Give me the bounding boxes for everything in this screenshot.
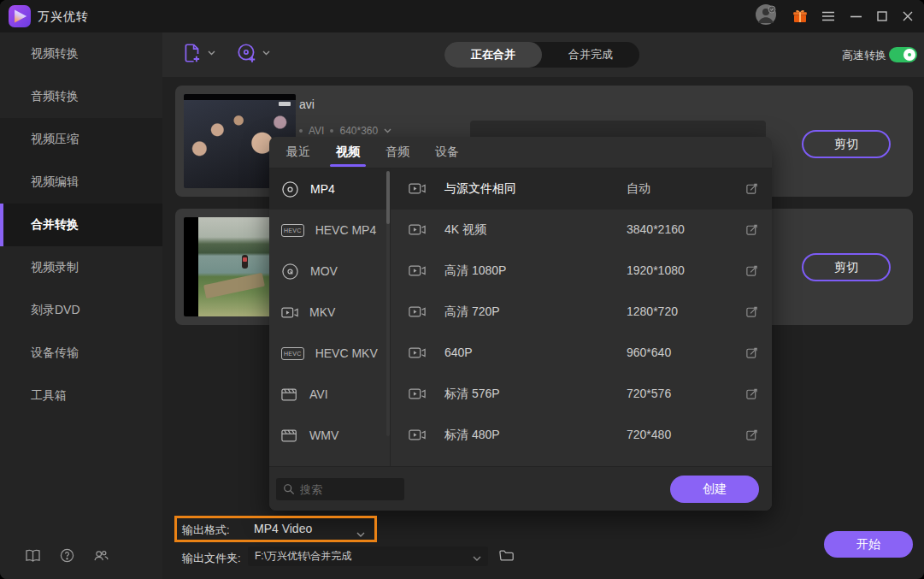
format-search-box[interactable] — [276, 478, 404, 500]
resolution-item-1080p[interactable]: 高清 1080P 1920*1080 — [391, 251, 772, 292]
preset-video-icon — [409, 387, 426, 400]
resolution-item-same-as-source[interactable]: 与源文件相同 自动 — [391, 168, 772, 210]
preset-video-icon — [409, 182, 426, 195]
sidebar-item-device-transfer[interactable]: 设备传输 — [0, 332, 162, 375]
close-button[interactable] — [897, 6, 919, 27]
resolution-item-576p[interactable]: 标清 576P 720*576 — [391, 374, 772, 415]
chevron-down-icon[interactable] — [473, 549, 481, 564]
popup-tab-label: 视频 — [336, 145, 360, 160]
tab-label: 合并完成 — [568, 47, 613, 62]
sidebar-item-label: 刻录DVD — [31, 303, 80, 318]
app-window: 万兴优转 — [0, 0, 924, 579]
format-item-mp4[interactable]: MP4 — [269, 168, 390, 210]
video-camera-icon — [281, 306, 298, 319]
popup-tab-label: 最近 — [286, 145, 310, 160]
file-meta: AVI 640*360 — [299, 125, 391, 137]
format-item-avi[interactable]: AVI — [269, 374, 390, 415]
browse-folder-button[interactable] — [499, 549, 515, 565]
add-disc-button[interactable] — [236, 42, 270, 64]
format-name: MOV — [310, 264, 338, 278]
format-item-hevc-mp4[interactable]: HEVC HEVC MP4 — [269, 210, 390, 251]
file-title: avi — [299, 97, 315, 111]
sidebar-item-video-edit[interactable]: 视频编辑 — [0, 161, 162, 204]
sidebar-item-label: 音频转换 — [31, 89, 79, 104]
sidebar-item-merge-convert[interactable]: 合并转换 — [0, 204, 162, 246]
edit-icon[interactable] — [745, 305, 758, 318]
sidebar-item-audio-convert[interactable]: 音频转换 — [0, 75, 162, 118]
disc-icon — [281, 263, 299, 281]
avatar[interactable] — [755, 4, 777, 25]
resolution-name: 640P — [444, 346, 473, 359]
format-item-wmv[interactable]: WMV — [269, 415, 390, 456]
format-item-mkv[interactable]: MKV — [269, 292, 390, 333]
resolution-item-480p[interactable]: 标清 480P 720*480 — [391, 415, 772, 456]
tab-label: 正在合并 — [471, 47, 515, 62]
sidebar-footer — [0, 541, 162, 567]
edit-icon[interactable] — [745, 182, 758, 195]
toolbar: 正在合并 合并完成 高速转换 — [162, 32, 924, 77]
sidebar-item-toolbox[interactable]: 工具箱 — [0, 375, 162, 417]
format-search-input[interactable] — [300, 483, 394, 496]
sidebar-item-burn-dvd[interactable]: 刻录DVD — [0, 289, 162, 332]
tab-merging[interactable]: 正在合并 — [444, 42, 542, 68]
menu-icon — [821, 11, 835, 21]
add-file-button[interactable] — [181, 42, 215, 64]
resolution-name: 标清 480P — [444, 428, 500, 443]
edit-icon[interactable] — [745, 428, 758, 441]
preset-video-icon — [409, 223, 426, 236]
community-button[interactable] — [91, 545, 111, 565]
format-name: HEVC MP4 — [315, 223, 377, 237]
help-button[interactable] — [56, 545, 77, 565]
sidebar-item-video-convert[interactable]: 视频转换 — [0, 32, 162, 75]
resolution-name: 4K 视频 — [444, 222, 486, 238]
app-logo — [9, 5, 31, 27]
popup-tab-recent[interactable]: 最近 — [286, 137, 310, 168]
play-triangle-icon — [13, 9, 27, 24]
output-folder-input[interactable] — [255, 551, 473, 563]
edit-icon[interactable] — [745, 387, 758, 400]
popup-tabs: 最近 视频 音频 设备 — [269, 137, 772, 168]
popup-tab-device[interactable]: 设备 — [435, 137, 459, 168]
preset-video-icon — [409, 346, 426, 359]
resolution-item-4k[interactable]: 4K 视频 3840*2160 — [391, 210, 772, 251]
edit-icon[interactable] — [745, 223, 758, 236]
resolution-value: 960*640 — [627, 346, 671, 359]
high-speed-label: 高速转换 — [842, 48, 886, 63]
minimize-button[interactable] — [845, 6, 867, 27]
search-icon — [283, 483, 295, 495]
high-speed-toggle[interactable] — [889, 47, 917, 62]
chevron-down-icon[interactable] — [384, 128, 391, 133]
bullet-icon — [330, 129, 333, 133]
popup-tab-audio[interactable]: 音频 — [385, 137, 409, 168]
menu-button[interactable] — [817, 6, 839, 27]
resolution-value: 自动 — [627, 181, 650, 197]
resolution-item-720p[interactable]: 高清 720P 1280*720 — [391, 292, 772, 333]
preset-video-icon — [409, 305, 426, 318]
preset-video-icon — [409, 264, 426, 277]
format-item-mov[interactable]: MOV — [269, 251, 390, 292]
sidebar-item-screen-record[interactable]: 视频录制 — [0, 246, 162, 289]
output-format-popup: 最近 视频 音频 设备 MP4 HEVC HEVC MP4 MOV MKV — [269, 137, 772, 511]
cut-button[interactable]: 剪切 — [802, 130, 891, 158]
book-icon — [25, 549, 41, 562]
start-button[interactable]: 开始 — [824, 531, 913, 558]
popup-tab-video[interactable]: 视频 — [336, 137, 360, 168]
minimize-icon — [850, 15, 862, 18]
maximize-button[interactable] — [871, 6, 893, 27]
sidebar-item-video-compress[interactable]: 视频压缩 — [0, 118, 162, 161]
format-name: WMV — [309, 428, 338, 442]
tab-merge-finished[interactable]: 合并完成 — [542, 42, 639, 68]
gift-button[interactable] — [789, 6, 811, 27]
cut-button[interactable]: 剪切 — [802, 253, 891, 281]
add-disc-icon — [236, 42, 258, 64]
output-format-dropdown[interactable]: MP4 Video — [254, 522, 312, 535]
chevron-down-icon[interactable] — [356, 525, 365, 541]
output-folder-dropdown[interactable] — [248, 547, 488, 566]
create-button[interactable]: 创建 — [670, 476, 759, 503]
format-item-hevc-mkv[interactable]: HEVC HEVC MKV — [269, 333, 390, 374]
resolution-item-640p[interactable]: 640P 960*640 — [391, 333, 772, 374]
edit-icon[interactable] — [745, 346, 758, 359]
edit-icon[interactable] — [745, 264, 758, 277]
guide-button[interactable] — [22, 545, 43, 565]
resolution-value: 3840*2160 — [627, 222, 685, 236]
